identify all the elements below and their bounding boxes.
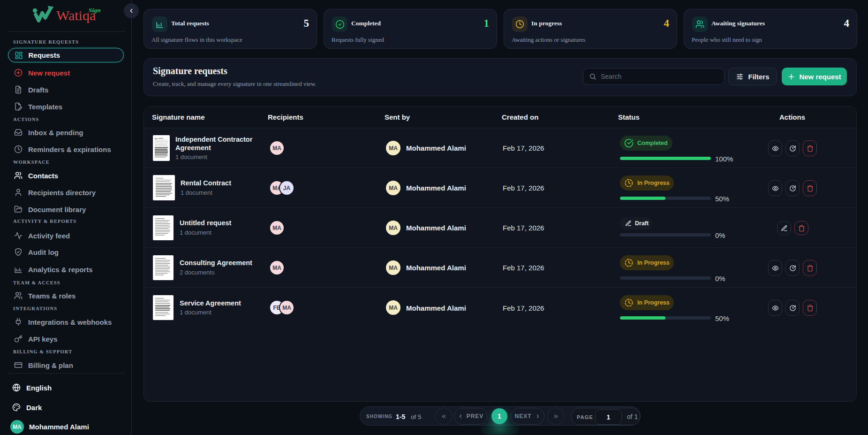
svg-text:Sign: Sign [89,7,101,14]
